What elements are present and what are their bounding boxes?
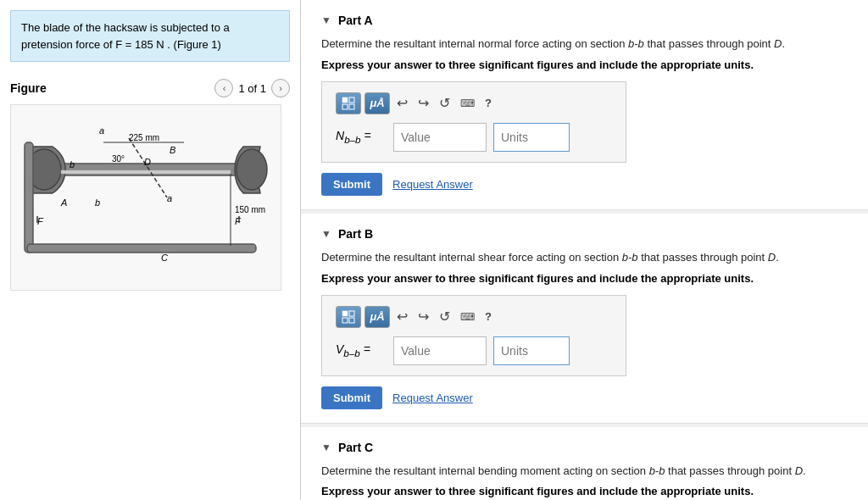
part-b-grid-btn[interactable] bbox=[336, 306, 361, 328]
part-a-toggle[interactable]: ▼ bbox=[321, 14, 331, 26]
part-b-instruction: Express your answer to three significant… bbox=[321, 272, 848, 285]
part-a-submit-button[interactable]: Submit bbox=[321, 173, 382, 196]
svg-text:A: A bbox=[60, 197, 67, 208]
part-c-instruction: Express your answer to three significant… bbox=[321, 485, 848, 497]
part-a-undo-btn[interactable]: ↩ bbox=[393, 93, 411, 113]
part-a-refresh-btn[interactable]: ↺ bbox=[436, 93, 453, 113]
hacksaw-diagram: a b B a A b D F F C 225 mm 30° 1 bbox=[19, 113, 273, 282]
svg-text:30°: 30° bbox=[112, 154, 125, 164]
svg-text:a: a bbox=[167, 193, 172, 203]
part-c-title: Part C bbox=[338, 441, 373, 454]
problem-text: The blade of the hacksaw is subjected to… bbox=[21, 21, 230, 51]
part-b-submit-button[interactable]: Submit bbox=[321, 386, 382, 409]
svg-rect-28 bbox=[342, 311, 348, 316]
part-b-units-input[interactable] bbox=[493, 336, 570, 365]
part-a-redo-btn[interactable]: ↪ bbox=[415, 93, 432, 113]
part-a-keyboard-btn[interactable]: ⌨ bbox=[457, 96, 478, 111]
svg-rect-31 bbox=[349, 318, 354, 323]
part-a-title: Part A bbox=[338, 14, 373, 27]
part-c-header: ▼ Part C bbox=[321, 441, 848, 454]
part-b-help-btn[interactable]: ? bbox=[481, 308, 495, 325]
svg-text:D: D bbox=[144, 157, 151, 167]
svg-rect-30 bbox=[342, 318, 348, 323]
part-a-grid-btn[interactable] bbox=[336, 92, 361, 114]
svg-rect-26 bbox=[342, 104, 348, 109]
part-c-section: ▼ Part C Determine the resultant interna… bbox=[301, 427, 868, 500]
svg-text:150 mm: 150 mm bbox=[235, 205, 265, 214]
part-b-toggle[interactable]: ▼ bbox=[321, 228, 331, 240]
left-panel: The blade of the hacksaw is subjected to… bbox=[0, 0, 301, 500]
part-a-toolbar: μÅ ↩ ↪ ↺ ⌨ ? bbox=[336, 92, 612, 114]
part-a-header: ▼ Part A bbox=[321, 14, 848, 27]
figure-nav: ‹ 1 of 1 › bbox=[214, 79, 290, 97]
svg-text:C: C bbox=[161, 253, 168, 263]
right-panel: ▼ Part A Determine the resultant interna… bbox=[301, 0, 868, 500]
svg-text:225 mm: 225 mm bbox=[129, 133, 159, 142]
svg-rect-24 bbox=[342, 97, 348, 103]
part-b-keyboard-btn[interactable]: ⌨ bbox=[457, 309, 478, 325]
figure-header: Figure ‹ 1 of 1 › bbox=[10, 79, 290, 97]
part-b-value-input[interactable] bbox=[393, 336, 487, 365]
part-a-value-input[interactable] bbox=[393, 123, 487, 152]
part-b-submit-row: Submit Request Answer bbox=[321, 386, 848, 409]
svg-rect-5 bbox=[61, 170, 231, 174]
part-b-undo-btn[interactable]: ↩ bbox=[393, 307, 411, 326]
part-a-section: ▼ Part A Determine the resultant interna… bbox=[301, 0, 868, 210]
prev-figure-button[interactable]: ‹ bbox=[214, 79, 233, 97]
part-b-mu-btn[interactable]: μÅ bbox=[364, 306, 390, 328]
part-a-submit-row: Submit Request Answer bbox=[321, 173, 848, 196]
svg-rect-2 bbox=[25, 142, 33, 253]
part-a-answer-box: μÅ ↩ ↪ ↺ ⌨ ? Nb–b = bbox=[321, 81, 626, 163]
part-b-request-answer[interactable]: Request Answer bbox=[392, 392, 473, 404]
svg-text:b: b bbox=[95, 197, 100, 208]
next-figure-button[interactable]: › bbox=[271, 79, 290, 97]
part-b-answer-box: μÅ ↩ ↪ ↺ ⌨ ? Vb–b = bbox=[321, 295, 626, 376]
part-b-question: Determine the resultant internal shear f… bbox=[321, 249, 848, 267]
grid-icon bbox=[342, 97, 355, 110]
figure-title: Figure bbox=[10, 81, 47, 95]
part-a-question: Determine the resultant internal normal … bbox=[321, 36, 848, 53]
svg-rect-25 bbox=[349, 97, 354, 103]
part-a-request-answer[interactable]: Request Answer bbox=[392, 178, 473, 191]
part-a-help-btn[interactable]: ? bbox=[481, 95, 495, 111]
part-b-redo-btn[interactable]: ↪ bbox=[415, 307, 432, 326]
figure-image: a b B a A b D F F C 225 mm 30° 1 bbox=[10, 104, 281, 291]
part-b-variable: Vb–b = bbox=[336, 342, 387, 358]
part-a-variable: Nb–b = bbox=[336, 129, 387, 145]
part-a-input-row: Nb–b = bbox=[336, 123, 612, 152]
part-b-input-row: Vb–b = bbox=[336, 336, 612, 365]
part-b-header: ▼ Part B bbox=[321, 227, 848, 241]
svg-text:a: a bbox=[99, 125, 104, 136]
svg-rect-3 bbox=[27, 244, 256, 253]
part-a-mu-btn[interactable]: μÅ bbox=[364, 92, 390, 114]
svg-rect-29 bbox=[349, 311, 354, 316]
part-a-instruction: Express your answer to three significant… bbox=[321, 58, 848, 71]
part-b-refresh-btn[interactable]: ↺ bbox=[436, 307, 453, 326]
part-b-toolbar: μÅ ↩ ↪ ↺ ⌨ ? bbox=[336, 306, 612, 328]
svg-rect-27 bbox=[349, 104, 354, 109]
part-c-toggle[interactable]: ▼ bbox=[321, 442, 331, 453]
part-a-units-input[interactable] bbox=[493, 123, 570, 152]
part-b-section: ▼ Part B Determine the resultant interna… bbox=[301, 214, 868, 424]
part-c-question: Determine the resultant internal bending… bbox=[321, 463, 848, 481]
svg-point-4 bbox=[236, 149, 267, 190]
part-b-title: Part B bbox=[338, 227, 373, 241]
svg-text:B: B bbox=[170, 145, 175, 155]
svg-text:b: b bbox=[70, 159, 75, 169]
figure-page: 1 of 1 bbox=[238, 82, 266, 95]
svg-text:F: F bbox=[235, 216, 242, 226]
grid-icon-b bbox=[342, 310, 355, 324]
svg-text:F: F bbox=[37, 216, 44, 226]
figure-section: Figure ‹ 1 of 1 › bbox=[0, 72, 300, 500]
problem-statement: The blade of the hacksaw is subjected to… bbox=[10, 10, 290, 62]
